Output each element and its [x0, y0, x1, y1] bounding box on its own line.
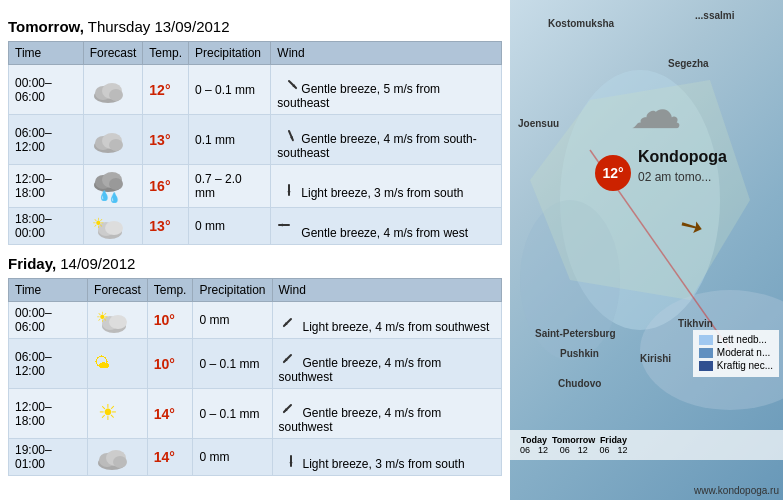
friday-table: Time Forecast Temp. Precipitation Wind 0…: [8, 278, 502, 476]
table-row: 19:00–01:00 14° 0 mm Light breeze, 3 m/s…: [9, 439, 502, 476]
wind-desc: Gentle breeze, 4 m/s from southwest: [279, 356, 442, 384]
svg-text:🌤: 🌤: [94, 354, 110, 371]
table-row: 00:00–06:00 12° 0 – 0.1 mm Gentle breeze…: [9, 65, 502, 115]
map-city-name: Kondopoga: [638, 148, 727, 166]
timeline-tomorrow: Tomorrow 06 12: [552, 435, 595, 455]
cell-precip: 0.1 mm: [189, 115, 271, 165]
map-temp-value: 12°: [602, 165, 623, 181]
map-label-chudovo: Chudovo: [558, 378, 601, 389]
wind-desc: Light breeze, 4 m/s from southwest: [303, 320, 490, 334]
legend-color-moderate: [699, 348, 713, 358]
table-row: 06:00–12:00 🌤 10° 0 – 0.1 mm Gentle bree…: [9, 339, 502, 389]
legend-item-moderate: Moderat n...: [699, 347, 773, 358]
cell-precip: 0 mm: [189, 208, 271, 245]
cell-precip: 0 – 0.1 mm: [193, 339, 272, 389]
legend-label-moderate: Moderat n...: [717, 347, 770, 358]
map-city-sub: 02 am tomo...: [638, 170, 711, 184]
cell-forecast-icon: [88, 439, 148, 476]
svg-text:💧: 💧: [108, 191, 121, 203]
map-label-spb: Saint-Petersburg: [535, 328, 616, 339]
cell-time: 00:00–06:00: [9, 302, 88, 339]
cell-time: 06:00–12:00: [9, 115, 84, 165]
timeline-friday: Friday 06 12: [599, 435, 627, 455]
friday-date: 14/09/2012: [60, 255, 135, 272]
cell-forecast-icon: [83, 115, 143, 165]
map-background: [510, 0, 783, 500]
table-row: 06:00–12:00 13° 0.1 mm Gentle breeze, 4 …: [9, 115, 502, 165]
wind-desc: Gentle breeze, 4 m/s from south-southeas…: [277, 132, 476, 160]
cell-temp: 10°: [147, 302, 193, 339]
cell-wind: Light breeze, 3 m/s from south: [271, 165, 502, 208]
svg-point-15: [109, 178, 123, 190]
cell-forecast-icon: ☀: [88, 302, 148, 339]
map-svg: [510, 0, 783, 500]
wind-desc: Light breeze, 3 m/s from south: [301, 186, 463, 200]
cell-wind: Gentle breeze, 4 m/s from southwest: [272, 339, 502, 389]
cell-forecast-icon: 🌤: [88, 339, 148, 389]
tomorrow-header: Tomorrow, Thursday 13/09/2012: [8, 18, 502, 35]
col-temp-2: Temp.: [147, 279, 193, 302]
svg-marker-19: [288, 191, 291, 195]
cell-temp: 14°: [147, 439, 193, 476]
svg-marker-43: [289, 462, 292, 466]
map-label-tikhvin: Tikhvin: [678, 318, 713, 329]
tomorrow-date: Thursday 13/09/2012: [88, 18, 230, 35]
wind-desc: Gentle breeze, 5 m/s from southeast: [277, 82, 440, 110]
friday-header: Friday, 14/09/2012: [8, 255, 502, 272]
map-label-joensuu: Joensuu: [518, 118, 559, 129]
legend-item-heavy: Kraftig nec...: [699, 360, 773, 371]
wind-desc: Light breeze, 3 m/s from south: [303, 457, 465, 471]
cell-forecast-icon: ☀: [83, 208, 143, 245]
legend-color-heavy: [699, 361, 713, 371]
map-label-ssalmi: ...ssalmi: [695, 10, 734, 21]
col-time-2: Time: [9, 279, 88, 302]
map-watermark: www.kondopoga.ru: [694, 485, 779, 496]
cell-temp: 16°: [143, 165, 189, 208]
col-forecast-2: Forecast: [88, 279, 148, 302]
col-wind-1: Wind: [271, 42, 502, 65]
cell-temp: 13°: [143, 208, 189, 245]
map-legend: Lett nedb... Moderat n... Kraftig nec...: [693, 330, 779, 377]
col-wind-2: Wind: [272, 279, 502, 302]
table-row: 12:00–18:00 ☀ 14° 0 – 0.1 mm Gentle bree…: [9, 389, 502, 439]
left-panel: Tomorrow, Thursday 13/09/2012 Time Forec…: [0, 0, 510, 500]
col-forecast-1: Forecast: [83, 42, 143, 65]
cell-time: 12:00–18:00: [9, 389, 88, 439]
table-row: 18:00–00:00 ☀ 13° 0 mm Gentle breeze, 4 …: [9, 208, 502, 245]
cell-time: 12:00–18:00: [9, 165, 84, 208]
map-label-pushkin: Pushkin: [560, 348, 599, 359]
cell-precip: 0 mm: [193, 302, 272, 339]
cell-wind: Light breeze, 4 m/s from southwest: [272, 302, 502, 339]
map-temp-bubble: 12°: [595, 155, 631, 191]
legend-label-heavy: Kraftig nec...: [717, 360, 773, 371]
map-label-kirishi: Kirishi: [640, 353, 671, 364]
tomorrow-table: Time Forecast Temp. Precipitation Wind 0…: [8, 41, 502, 245]
svg-text:☀: ☀: [92, 215, 105, 231]
cell-temp: 14°: [147, 389, 193, 439]
cell-wind: Gentle breeze, 5 m/s from southeast: [271, 65, 502, 115]
svg-text:☀: ☀: [98, 400, 118, 425]
cell-time: 06:00–12:00: [9, 339, 88, 389]
cell-forecast-icon: 💧 💧: [83, 165, 143, 208]
map-label-kostomuksha: Kostomuksha: [548, 18, 614, 29]
legend-item-light: Lett nedb...: [699, 334, 773, 345]
legend-label-light: Lett nedb...: [717, 334, 767, 345]
tomorrow-label: Tomorrow,: [8, 18, 84, 35]
svg-point-28: [109, 315, 127, 329]
cell-temp: 12°: [143, 65, 189, 115]
cell-forecast-icon: ☀: [88, 389, 148, 439]
map-panel: Kostomuksha Segezha Joensuu Saint-Peters…: [510, 0, 783, 500]
cell-precip: 0 mm: [193, 439, 272, 476]
map-label-segezha: Segezha: [668, 58, 709, 69]
wind-desc: Gentle breeze, 4 m/s from southwest: [279, 406, 442, 434]
cell-time: 18:00–00:00: [9, 208, 84, 245]
cell-precip: 0 – 0.1 mm: [193, 389, 272, 439]
table-row: 12:00–18:00 💧 💧 16° 0.7 – 2.0 mm Light b…: [9, 165, 502, 208]
timeline-today: Today 06 12: [520, 435, 548, 455]
cell-wind: Gentle breeze, 4 m/s from south-southeas…: [271, 115, 502, 165]
cell-wind: Gentle breeze, 4 m/s from southwest: [272, 389, 502, 439]
table-row: 00:00–06:00 ☀ 10° 0 mm Light breeze, 4 m…: [9, 302, 502, 339]
cell-wind: Gentle breeze, 4 m/s from west: [271, 208, 502, 245]
svg-point-3: [109, 89, 123, 101]
cell-precip: 0.7 – 2.0 mm: [189, 165, 271, 208]
